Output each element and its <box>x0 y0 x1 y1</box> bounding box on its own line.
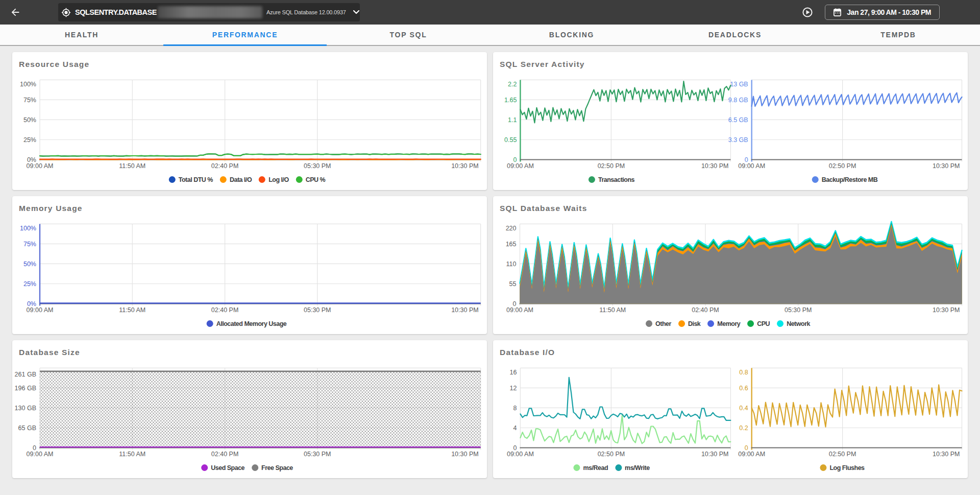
svg-text:09:00 AM: 09:00 AM <box>506 307 533 314</box>
svg-text:50%: 50% <box>23 261 36 268</box>
svg-text:4: 4 <box>513 425 517 432</box>
svg-text:3.3 GB: 3.3 GB <box>728 136 748 144</box>
svg-text:16: 16 <box>509 369 517 376</box>
svg-text:02:50 PM: 02:50 PM <box>598 451 625 458</box>
svg-text:05:30 PM: 05:30 PM <box>304 162 331 170</box>
svg-text:10:30 PM: 10:30 PM <box>451 162 479 170</box>
svg-text:02:40 PM: 02:40 PM <box>211 162 239 170</box>
svg-text:11:50 AM: 11:50 AM <box>119 451 145 458</box>
svg-text:1.1: 1.1 <box>508 116 517 124</box>
svg-text:05:30 PM: 05:30 PM <box>304 307 331 314</box>
svg-text:50%: 50% <box>23 116 36 124</box>
svg-text:75%: 75% <box>23 97 36 104</box>
svg-text:12: 12 <box>509 385 517 392</box>
svg-text:8: 8 <box>513 405 517 412</box>
svg-text:02:40 PM: 02:40 PM <box>211 307 239 314</box>
svg-text:100%: 100% <box>20 81 36 88</box>
svg-text:0.55: 0.55 <box>504 136 517 144</box>
svg-text:196 GB: 196 GB <box>15 385 36 392</box>
svg-text:11:50 AM: 11:50 AM <box>599 307 626 314</box>
svg-text:10:30 PM: 10:30 PM <box>451 451 479 458</box>
svg-text:09:00 AM: 09:00 AM <box>27 451 54 458</box>
svg-text:02:50 PM: 02:50 PM <box>829 451 856 458</box>
svg-text:130 GB: 130 GB <box>15 405 36 412</box>
svg-text:02:40 PM: 02:40 PM <box>211 451 239 458</box>
svg-text:1.65: 1.65 <box>504 97 517 104</box>
svg-text:09:00 AM: 09:00 AM <box>27 162 54 170</box>
svg-text:0.4: 0.4 <box>739 405 748 412</box>
svg-text:05:30 PM: 05:30 PM <box>304 451 331 458</box>
svg-text:9.8 GB: 9.8 GB <box>728 97 748 104</box>
svg-text:110: 110 <box>506 261 517 268</box>
svg-text:02:50 PM: 02:50 PM <box>829 162 856 170</box>
svg-text:55: 55 <box>509 280 517 288</box>
svg-text:09:00 AM: 09:00 AM <box>738 162 765 170</box>
svg-text:0.8: 0.8 <box>739 369 748 376</box>
svg-text:220: 220 <box>506 225 517 232</box>
svg-text:09:00 AM: 09:00 AM <box>507 162 534 170</box>
svg-text:02:50 PM: 02:50 PM <box>598 162 625 170</box>
svg-text:09:00 AM: 09:00 AM <box>27 307 54 314</box>
svg-text:10:30 PM: 10:30 PM <box>701 451 729 458</box>
svg-text:2.2: 2.2 <box>508 81 517 88</box>
svg-text:11:50 AM: 11:50 AM <box>119 162 145 170</box>
svg-text:10:30 PM: 10:30 PM <box>701 162 729 170</box>
svg-text:11:50 AM: 11:50 AM <box>119 307 145 314</box>
svg-text:0.6: 0.6 <box>739 385 748 392</box>
svg-text:09:00 AM: 09:00 AM <box>507 451 534 458</box>
svg-text:65 GB: 65 GB <box>18 425 36 432</box>
svg-text:10:30 PM: 10:30 PM <box>933 451 960 458</box>
svg-text:10:30 PM: 10:30 PM <box>451 307 479 314</box>
svg-text:100%: 100% <box>20 225 36 232</box>
svg-text:25%: 25% <box>23 280 36 288</box>
svg-text:165: 165 <box>506 241 517 248</box>
svg-text:13 GB: 13 GB <box>730 81 748 88</box>
svg-text:09:00 AM: 09:00 AM <box>738 451 765 458</box>
svg-text:02:40 PM: 02:40 PM <box>692 307 719 314</box>
svg-text:0.2: 0.2 <box>739 425 748 432</box>
svg-text:25%: 25% <box>23 136 36 144</box>
svg-text:6.5 GB: 6.5 GB <box>728 116 748 124</box>
svg-text:10:30 PM: 10:30 PM <box>933 307 960 314</box>
svg-text:261 GB: 261 GB <box>15 371 36 378</box>
svg-text:05:30 PM: 05:30 PM <box>785 307 812 314</box>
svg-text:10:30 PM: 10:30 PM <box>933 162 960 170</box>
svg-text:75%: 75% <box>23 241 36 248</box>
